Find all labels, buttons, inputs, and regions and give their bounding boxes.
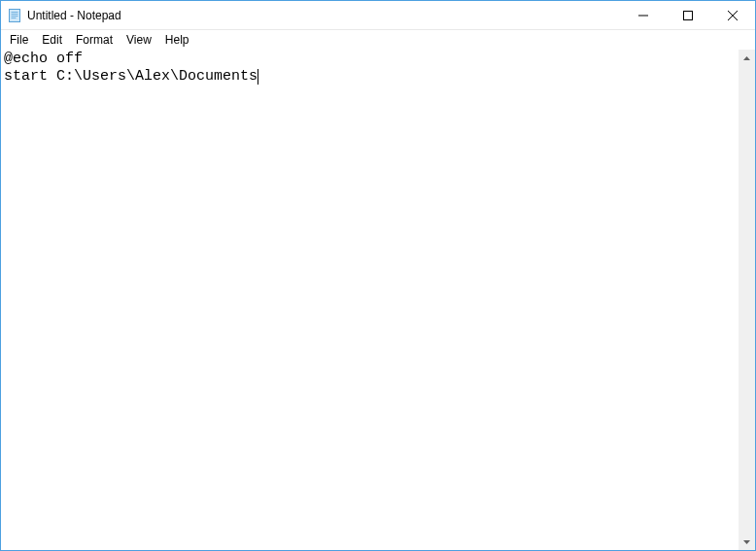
window-controls <box>621 1 755 29</box>
scrollbar-down-arrow[interactable] <box>739 534 755 550</box>
vertical-scrollbar[interactable] <box>739 50 755 550</box>
titlebar[interactable]: Untitled - Notepad <box>1 1 755 30</box>
text-editor[interactable]: @echo off start C:\Users\Alex\Documents <box>1 50 739 550</box>
menu-format[interactable]: Format <box>69 32 120 48</box>
editor-text: @echo off start C:\Users\Alex\Documents <box>4 51 258 85</box>
notepad-icon <box>7 8 22 23</box>
menubar: File Edit Format View Help <box>1 30 755 50</box>
close-button[interactable] <box>710 1 755 29</box>
text-cursor <box>258 69 258 85</box>
menu-edit[interactable]: Edit <box>35 32 69 48</box>
window-title: Untitled - Notepad <box>27 9 121 22</box>
notepad-window: Untitled - Notepad File Edit <box>0 0 756 551</box>
content-area: @echo off start C:\Users\Alex\Documents <box>1 50 755 550</box>
maximize-button[interactable] <box>666 1 710 29</box>
menu-file[interactable]: File <box>3 32 35 48</box>
scrollbar-track[interactable] <box>739 66 755 534</box>
svg-rect-0 <box>10 9 20 21</box>
menu-help[interactable]: Help <box>158 32 196 48</box>
svg-rect-6 <box>684 11 693 19</box>
scrollbar-up-arrow[interactable] <box>739 50 755 66</box>
minimize-button[interactable] <box>621 1 666 29</box>
menu-view[interactable]: View <box>120 32 158 48</box>
